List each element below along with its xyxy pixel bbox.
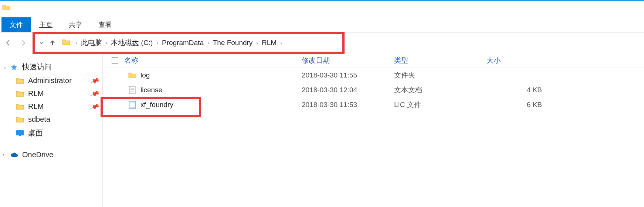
svg-rect-7 bbox=[130, 103, 135, 107]
chevron-right-icon[interactable]: › bbox=[106, 40, 108, 46]
file-list-pane: 名称 修改日期 类型 大小 log 2018-03-30 11:55 文件夹 l… bbox=[103, 53, 644, 207]
column-header-type[interactable]: 类型 bbox=[394, 56, 487, 65]
address-bar-highlight: › 此电脑 › 本地磁盘 (C:) › ProgramData › The Fo… bbox=[33, 32, 345, 54]
folder-icon bbox=[16, 115, 24, 124]
column-header-date[interactable]: 修改日期 bbox=[302, 56, 394, 65]
nav-back-button[interactable] bbox=[3, 37, 14, 48]
file-date: 2018-03-30 11:53 bbox=[302, 101, 394, 109]
file-type: LIC 文件 bbox=[394, 100, 487, 110]
file-size: 6 KB bbox=[487, 101, 553, 109]
svg-rect-2 bbox=[129, 86, 135, 94]
sidebar-item-label: sdbeta bbox=[28, 115, 50, 124]
breadcrumb-this-pc[interactable]: 此电脑 bbox=[79, 37, 104, 48]
sidebar-item-sdbeta[interactable]: sdbeta bbox=[0, 113, 102, 126]
column-header-name[interactable]: 名称 bbox=[124, 56, 302, 65]
svg-rect-0 bbox=[16, 130, 24, 135]
column-headers: 名称 修改日期 类型 大小 bbox=[106, 53, 644, 68]
chevron-down-icon[interactable]: ⌄ bbox=[3, 64, 10, 70]
file-size: 4 KB bbox=[487, 86, 553, 94]
nav-forward-button[interactable] bbox=[18, 37, 29, 48]
pin-icon: 📌 bbox=[89, 101, 100, 111]
history-dropdown-icon[interactable] bbox=[38, 41, 45, 45]
folder-icon bbox=[16, 103, 24, 111]
nav-up-button[interactable] bbox=[48, 38, 57, 47]
window-folder-icon bbox=[2, 4, 11, 13]
pin-icon: 📌 bbox=[89, 75, 100, 86]
sidebar-item-rlm-1[interactable]: RLM 📌 bbox=[0, 87, 102, 100]
sidebar-quick-access[interactable]: ⌄ 快速访问 bbox=[0, 60, 102, 74]
file-name: xf_foundry bbox=[140, 101, 173, 109]
file-row-xf-foundry[interactable]: xf_foundry 2018-03-30 11:53 LIC 文件 6 KB bbox=[106, 97, 644, 112]
text-file-icon bbox=[128, 86, 137, 94]
title-bar bbox=[0, 0, 644, 16]
sidebar-item-onedrive[interactable]: › OneDrive bbox=[0, 148, 102, 161]
nav-row: › 此电脑 › 本地磁盘 (C:) › ProgramData › The Fo… bbox=[0, 32, 644, 53]
chevron-right-icon[interactable]: › bbox=[3, 152, 10, 158]
sidebar-item-administrator[interactable]: Administrator 📌 bbox=[0, 74, 102, 87]
breadcrumb-rlm[interactable]: RLM bbox=[260, 38, 278, 48]
folder-icon bbox=[128, 71, 137, 80]
file-type: 文本文档 bbox=[394, 85, 487, 95]
chevron-right-icon[interactable]: › bbox=[207, 40, 209, 46]
address-folder-icon bbox=[62, 39, 71, 47]
sidebar-item-label: 桌面 bbox=[28, 128, 43, 138]
nav-sidebar: ⌄ 快速访问 Administrator 📌 RLM 📌 RLM 📌 sdbet… bbox=[0, 53, 103, 207]
file-row-license[interactable]: license 2018-03-30 12:04 文本文档 4 KB bbox=[106, 83, 644, 97]
pin-icon: 📌 bbox=[89, 88, 100, 99]
breadcrumb-drive-c[interactable]: 本地磁盘 (C:) bbox=[109, 37, 154, 48]
cloud-icon bbox=[10, 151, 18, 159]
file-row-log[interactable]: log 2018-03-30 11:55 文件夹 bbox=[106, 68, 644, 83]
lic-file-icon bbox=[128, 100, 137, 109]
folder-icon bbox=[16, 77, 24, 85]
tab-view[interactable]: 查看 bbox=[90, 17, 120, 32]
chevron-right-icon[interactable]: › bbox=[156, 40, 158, 46]
tab-home[interactable]: 主页 bbox=[31, 17, 61, 32]
desktop-icon bbox=[16, 129, 24, 137]
sidebar-item-label: 快速访问 bbox=[22, 62, 52, 72]
main-area: ⌄ 快速访问 Administrator 📌 RLM 📌 RLM 📌 sdbet… bbox=[0, 53, 644, 207]
chevron-right-icon[interactable]: › bbox=[256, 40, 258, 46]
file-date: 2018-03-30 12:04 bbox=[302, 86, 394, 94]
tab-share[interactable]: 共享 bbox=[61, 17, 90, 32]
sidebar-item-label: RLM bbox=[28, 89, 44, 98]
ribbon-tabs: 文件 主页 共享 查看 bbox=[0, 16, 644, 32]
breadcrumb-programdata[interactable]: ProgramData bbox=[160, 38, 205, 48]
folder-icon bbox=[16, 90, 24, 98]
sidebar-item-label: Administrator bbox=[28, 76, 72, 85]
sidebar-item-rlm-2[interactable]: RLM 📌 bbox=[0, 100, 102, 113]
file-name: log bbox=[140, 71, 150, 79]
sidebar-item-label: RLM bbox=[28, 102, 44, 111]
column-header-size[interactable]: 大小 bbox=[487, 56, 553, 65]
star-icon bbox=[10, 63, 18, 71]
sidebar-item-label: OneDrive bbox=[22, 151, 53, 159]
file-name: license bbox=[140, 86, 162, 94]
sidebar-item-desktop[interactable]: 桌面 bbox=[0, 126, 102, 140]
file-date: 2018-03-30 11:55 bbox=[302, 71, 394, 79]
select-all-checkbox[interactable] bbox=[106, 57, 124, 64]
chevron-right-icon[interactable]: › bbox=[280, 40, 282, 46]
breadcrumb-foundry[interactable]: The Foundry bbox=[211, 38, 254, 48]
svg-rect-1 bbox=[19, 135, 21, 136]
chevron-right-icon[interactable]: › bbox=[75, 40, 77, 46]
tab-file[interactable]: 文件 bbox=[1, 17, 31, 32]
file-type: 文件夹 bbox=[394, 70, 487, 80]
